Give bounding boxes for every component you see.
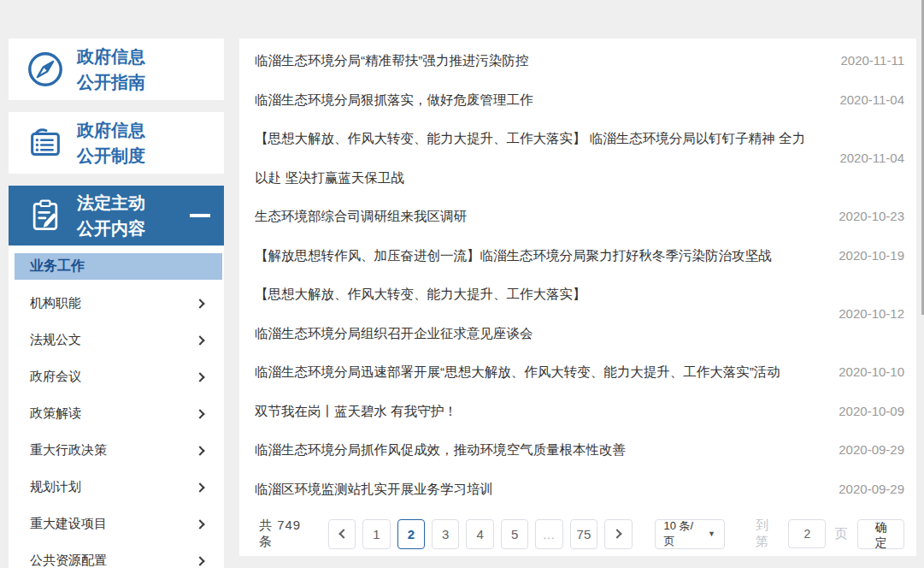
news-date: 2020-11-04: [833, 151, 904, 165]
page-button-2-active[interactable]: 2: [397, 519, 425, 549]
page-button-75[interactable]: 75: [570, 519, 597, 549]
news-title[interactable]: 【思想大解放、作风大转变、能力大提升、工作大落实】 临淄生态环境分局以钉钉子精神…: [255, 119, 833, 197]
news-date: 2020-11-04: [833, 92, 904, 107]
page: 政府信息 公开指南 政府信息 公开制度: [0, 0, 924, 568]
sidebar-item-policy-interpretation[interactable]: 政策解读: [9, 395, 224, 432]
sidebar-card-label: 法定主动 公开内容: [77, 190, 145, 241]
chevron-right-icon: [195, 372, 204, 382]
clipboard-pencil-icon: [26, 196, 65, 235]
submenu-label: 机构职能: [30, 295, 197, 311]
sidebar-item-major-decisions[interactable]: 重大行政决策: [9, 432, 224, 469]
sidebar-submenu: 业务工作 机构职能 法规公文 政府会议 政策解读 重大行政决策 规划计划 重大建…: [9, 246, 224, 568]
page-button-5[interactable]: 5: [501, 519, 528, 549]
chevron-right-icon: [195, 556, 204, 565]
chevron-right-icon: [195, 335, 204, 345]
sidebar-item-business-work[interactable]: 业务工作: [15, 253, 222, 280]
news-date: 2020-11-11: [833, 53, 904, 68]
news-title[interactable]: 临淄生态环境分局抓作风促成效，推动环境空气质量根本性改善: [255, 430, 833, 470]
goto-page-input[interactable]: [788, 519, 826, 548]
label-line-1: 法定主动: [77, 190, 145, 216]
page-button-1[interactable]: 1: [362, 519, 390, 549]
submenu-label: 法规公文: [30, 332, 197, 348]
chevron-left-icon: [338, 529, 348, 538]
news-list-item[interactable]: 【解放思想转作风、加压奋进创一流】临淄生态环境分局聚力打好秋冬季污染防治攻坚战 …: [255, 236, 904, 275]
page-size-value: 10 条/页: [664, 518, 703, 549]
prev-page-button[interactable]: [328, 519, 356, 549]
more-pages-button[interactable]: …: [535, 519, 562, 549]
chevron-right-icon: [612, 529, 621, 538]
sidebar-item-public-resources[interactable]: 公共资源配置: [9, 542, 224, 568]
sidebar-item-gov-meetings[interactable]: 政府会议: [9, 358, 224, 395]
goto-prefix-label: 到第: [756, 518, 780, 550]
sidebar-item-agency-functions[interactable]: 机构职能: [9, 285, 224, 322]
news-title[interactable]: 【解放思想转作风、加压奋进创一流】临淄生态环境分局聚力打好秋冬季污染防治攻坚战: [255, 236, 833, 275]
label-line-2: 公开指南: [77, 69, 145, 95]
confirm-button[interactable]: 确定: [857, 519, 904, 549]
page-button-3[interactable]: 3: [432, 519, 459, 549]
sidebar-item-major-construction[interactable]: 重大建设项目: [9, 506, 224, 542]
news-list-panel: 临淄生态环境分局“精准帮扶”强力推进污染防控 2020-11-11 临淄生态环境…: [239, 38, 916, 556]
label-line-2: 公开内容: [77, 216, 145, 241]
news-date: 2020-10-19: [833, 248, 904, 263]
news-list-item[interactable]: 【思想大解放、作风大转变、能力大提升、工作大落实】 临淄生态环境分局组织召开企业…: [255, 275, 904, 352]
news-title[interactable]: 临淄生态环境分局狠抓落实，做好危废管理工作: [255, 80, 833, 120]
chevron-right-icon: [195, 446, 204, 455]
news-list-item[interactable]: 临淄生态环境分局迅速部署开展“思想大解放、作风大转变、能力大提升、工作大落实”活…: [255, 352, 904, 392]
submenu-label: 重大建设项目: [30, 516, 197, 532]
submenu-label: 政策解读: [30, 405, 197, 422]
news-title[interactable]: 临淄区环境监测站扎实开展业务学习培训: [255, 470, 833, 509]
sidebar-card-label: 政府信息 公开制度: [77, 117, 145, 169]
news-list-item[interactable]: 临淄生态环境分局狠抓落实，做好危废管理工作 2020-11-04: [255, 80, 904, 120]
compass-icon: [26, 50, 65, 89]
news-title[interactable]: 【思想大解放、作风大转变、能力大提升、工作大落实】 临淄生态环境分局组织召开企业…: [255, 275, 833, 352]
sidebar-item-regulations[interactable]: 法规公文: [9, 322, 224, 358]
submenu-label: 政府会议: [30, 369, 197, 385]
submenu-label: 公共资源配置: [30, 553, 197, 568]
chevron-right-icon: [195, 299, 204, 308]
page-button-4[interactable]: 4: [466, 519, 493, 549]
chevron-right-icon: [195, 409, 204, 418]
chevron-right-icon: [195, 482, 204, 492]
news-date: 2020-09-29: [833, 442, 904, 457]
pagination-bar: 共 749 条 1 2 3 4 5 … 75 10 条/页 ▼ 到第 页 确定: [255, 518, 904, 549]
news-list-item[interactable]: 临淄区环境监测站扎实开展业务学习培训 2020-09-29: [255, 470, 904, 509]
caret-down-icon: ▼: [708, 530, 715, 538]
page-size-select[interactable]: 10 条/页 ▼: [655, 519, 725, 549]
total-count: 共 749 条: [259, 518, 316, 550]
news-list-item[interactable]: 双节我在岗丨蓝天碧水 有我守护！ 2020-10-09: [255, 392, 904, 431]
news-title[interactable]: 临淄生态环境分局“精准帮扶”强力推进污染防控: [255, 41, 833, 80]
sidebar-item-gov-info-system[interactable]: 政府信息 公开制度: [9, 112, 224, 174]
collapse-minus-icon[interactable]: [190, 214, 210, 217]
sidebar-item-gov-info-guide[interactable]: 政府信息 公开指南: [9, 38, 224, 100]
news-date: 2020-10-23: [833, 209, 904, 223]
label-line-1: 政府信息: [77, 44, 145, 69]
news-title[interactable]: 生态环境部综合司调研组来我区调研: [255, 197, 833, 236]
next-page-button[interactable]: [604, 519, 632, 549]
submenu-label: 重大行政决策: [30, 442, 197, 459]
goto-suffix-label: 页: [834, 526, 847, 542]
news-list-item[interactable]: 生态环境部综合司调研组来我区调研 2020-10-23: [255, 197, 904, 236]
news-date: 2020-09-29: [833, 482, 904, 496]
sidebar-item-planning[interactable]: 规划计划: [9, 469, 224, 506]
sidebar-card-label: 政府信息 公开指南: [77, 44, 145, 95]
news-title[interactable]: 临淄生态环境分局迅速部署开展“思想大解放、作风大转变、能力大提升、工作大落实”活…: [255, 352, 833, 392]
news-title[interactable]: 双节我在岗丨蓝天碧水 有我守护！: [255, 392, 833, 431]
news-list-item[interactable]: 【思想大解放、作风大转变、能力大提升、工作大落实】 临淄生态环境分局以钉钉子精神…: [255, 119, 904, 197]
news-date: 2020-10-09: [833, 404, 904, 418]
news-list-item[interactable]: 临淄生态环境分局抓作风促成效，推动环境空气质量根本性改善 2020-09-29: [255, 430, 904, 470]
label-line-2: 公开制度: [77, 143, 145, 169]
ledger-icon: [26, 123, 65, 163]
chevron-right-icon: [195, 519, 204, 529]
news-date: 2020-10-12: [833, 306, 904, 321]
news-list-item[interactable]: 临淄生态环境分局“精准帮扶”强力推进污染防控 2020-11-11: [255, 41, 904, 80]
sidebar-item-statutory-disclosure[interactable]: 法定主动 公开内容: [9, 186, 224, 246]
label-line-1: 政府信息: [77, 117, 145, 143]
news-date: 2020-10-10: [833, 364, 904, 379]
submenu-label: 规划计划: [30, 479, 197, 495]
